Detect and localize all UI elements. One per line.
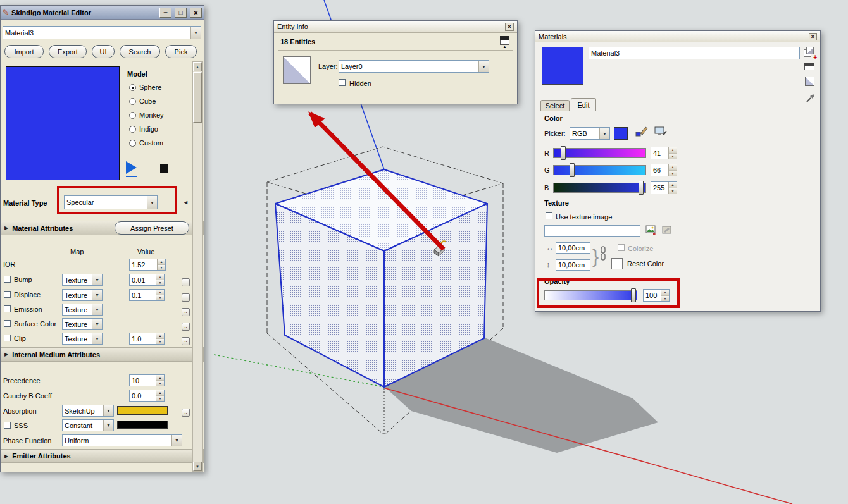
dropdown-arrow-icon[interactable] <box>478 61 489 72</box>
model-option-indigo[interactable]: Indigo <box>129 125 158 133</box>
internal-medium-attributes-header[interactable]: Internal Medium Attributes <box>1 347 204 362</box>
spin-up-icon[interactable] <box>661 290 669 296</box>
spin-down-icon[interactable] <box>669 154 677 159</box>
green-value-spinner[interactable]: 66 <box>651 164 677 176</box>
bump-browse-button[interactable]: .. <box>182 278 190 286</box>
assign-preset-button[interactable]: Assign Preset <box>115 221 189 235</box>
displace-checkbox[interactable] <box>4 291 11 298</box>
surface-color-checkbox[interactable] <box>4 320 11 327</box>
spin-down-icon[interactable] <box>661 296 669 302</box>
scroll-up-button[interactable] <box>193 62 202 71</box>
clip-browse-button[interactable]: .. <box>182 337 190 345</box>
radio-icon[interactable] <box>129 140 136 147</box>
absorption-browse-button[interactable]: .. <box>182 409 190 417</box>
model-option-cube[interactable]: Cube <box>129 97 156 105</box>
surface-color-map-combo[interactable]: Texture <box>62 318 103 330</box>
emission-map-combo[interactable]: Texture <box>62 304 103 316</box>
emission-browse-button[interactable]: .. <box>182 308 190 316</box>
radio-icon[interactable] <box>129 98 136 105</box>
material-type-combo[interactable]: Specular <box>64 195 158 209</box>
clip-map-combo[interactable]: Texture <box>62 333 103 345</box>
browse-texture-icon[interactable] <box>645 225 657 237</box>
dropdown-arrow-icon[interactable] <box>92 333 102 344</box>
model-option-monkey[interactable]: Monkey <box>129 111 164 119</box>
spin-down-icon[interactable] <box>156 396 164 401</box>
dropdown-arrow-icon[interactable] <box>171 435 182 446</box>
spin-down-icon[interactable] <box>156 295 164 300</box>
model-option-sphere[interactable]: Sphere <box>129 83 161 91</box>
match-screen-color-icon[interactable] <box>654 126 668 138</box>
material-name-field[interactable]: Material3 <box>589 47 800 59</box>
default-material-swatch[interactable] <box>805 77 814 86</box>
precedence-spinner[interactable]: 10 <box>129 374 165 386</box>
scroll-down-button[interactable] <box>193 462 202 471</box>
radio-icon[interactable] <box>129 84 136 91</box>
radio-icon[interactable] <box>129 112 136 119</box>
display-secondary-pane-icon[interactable] <box>804 63 814 71</box>
collapse-panel-icon[interactable] <box>183 198 189 206</box>
dropdown-arrow-icon[interactable] <box>92 304 102 315</box>
dropdown-arrow-icon[interactable] <box>599 128 609 139</box>
phase-function-combo[interactable]: Uniform <box>62 434 182 446</box>
clip-value-spinner[interactable]: 1.0 <box>129 333 165 345</box>
sss-color-swatch[interactable] <box>117 421 168 429</box>
dropdown-arrow-icon[interactable] <box>190 27 201 39</box>
scroll-thumb[interactable] <box>193 72 202 123</box>
spin-down-icon[interactable] <box>156 339 164 344</box>
materials-close-button[interactable] <box>809 33 817 40</box>
paintbrush-icon[interactable] <box>635 126 648 138</box>
sss-checkbox[interactable] <box>4 422 11 429</box>
spin-up-icon[interactable] <box>669 164 677 171</box>
model-option-custom[interactable]: Custom <box>129 139 163 147</box>
dropdown-arrow-icon[interactable] <box>92 319 102 329</box>
spin-up-icon[interactable] <box>158 259 165 265</box>
render-preview-button[interactable] <box>126 161 139 175</box>
sss-map-combo[interactable]: Constant <box>62 419 114 431</box>
blue-slider[interactable] <box>553 183 646 193</box>
displace-map-combo[interactable]: Texture <box>62 289 103 301</box>
cauchy-spinner[interactable]: 0.0 <box>129 390 165 402</box>
spin-down-icon[interactable] <box>669 188 677 194</box>
picker-combo[interactable]: RGB <box>570 127 610 140</box>
tab-select[interactable]: Select <box>540 100 570 111</box>
spin-up-icon[interactable] <box>156 390 164 396</box>
entity-info-close-button[interactable] <box>505 23 514 31</box>
emitter-attributes-header[interactable]: Emitter Attributes <box>1 449 204 463</box>
opacity-slider[interactable] <box>544 290 637 300</box>
skindigo-titlebar[interactable]: SkIndigo Material Editor <box>1 6 204 20</box>
spin-down-icon[interactable] <box>158 265 165 270</box>
absorption-map-combo[interactable]: SketchUp <box>62 405 114 417</box>
radio-icon[interactable] <box>129 126 136 133</box>
material-select-combo[interactable]: Material3 <box>3 26 201 39</box>
bump-map-combo[interactable]: Texture <box>62 274 103 286</box>
spin-up-icon[interactable] <box>156 290 164 295</box>
opacity-slider-handle[interactable] <box>631 288 636 302</box>
opacity-value-spinner[interactable]: 100 <box>643 289 670 302</box>
reset-color-button[interactable]: Reset Color <box>611 258 694 271</box>
red-value-spinner[interactable]: 41 <box>651 147 677 159</box>
clip-checkbox[interactable] <box>4 335 11 341</box>
hidden-checkbox[interactable] <box>339 79 346 86</box>
dropdown-arrow-icon[interactable] <box>147 196 157 209</box>
colorize-checkbox[interactable] <box>618 244 625 251</box>
surface-color-browse-button[interactable]: .. <box>182 323 190 331</box>
bump-checkbox[interactable] <box>4 276 11 283</box>
red-slider[interactable] <box>553 148 646 158</box>
texture-width-field[interactable]: 10,00cm <box>556 242 590 254</box>
tab-edit[interactable]: Edit <box>571 98 596 111</box>
layer-combo[interactable]: Layer0 <box>339 60 489 73</box>
lock-aspect-chain-icon[interactable] <box>600 246 606 262</box>
spin-up-icon[interactable] <box>156 333 164 339</box>
materials-titlebar[interactable]: Materials <box>535 31 820 42</box>
minimize-button[interactable] <box>159 8 171 18</box>
skindigo-scrollbar[interactable] <box>192 61 203 472</box>
blue-slider-handle[interactable] <box>639 181 644 195</box>
spin-down-icon[interactable] <box>156 280 164 285</box>
import-button[interactable]: Import <box>4 45 44 58</box>
absorption-color-swatch[interactable] <box>117 406 168 415</box>
sample-paint-eyedropper-icon[interactable] <box>806 93 816 104</box>
create-material-icon[interactable] <box>804 47 815 58</box>
edit-texture-icon[interactable] <box>662 226 672 236</box>
ior-value-spinner[interactable]: 1.52 <box>129 259 166 271</box>
spin-up-icon[interactable] <box>156 375 164 381</box>
